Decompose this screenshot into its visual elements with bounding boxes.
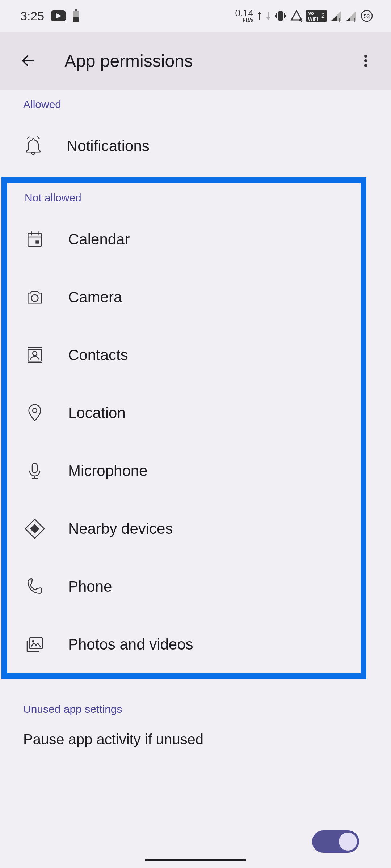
phone-icon: [25, 576, 45, 597]
permission-label: Notifications: [67, 137, 150, 155]
microphone-icon: [25, 461, 45, 481]
pause-activity-row[interactable]: Pause app activity if unused: [0, 722, 391, 748]
signal-1-icon: !: [330, 10, 342, 22]
navigation-handle[interactable]: [145, 859, 246, 861]
highlight-box: Not allowed Calendar Camera Contacts Loc…: [1, 177, 366, 679]
back-button[interactable]: [14, 46, 43, 75]
svg-rect-4: [278, 11, 283, 21]
svg-text:Vo: Vo: [308, 10, 314, 16]
vowifi-icon: VoWiFi2: [306, 10, 327, 22]
svg-text:2: 2: [321, 13, 325, 19]
calendar-icon: [25, 229, 45, 250]
do-not-disturb-icon: 53: [361, 10, 373, 22]
switch-thumb: [339, 833, 357, 851]
permission-row-microphone[interactable]: Microphone: [7, 442, 361, 500]
svg-rect-3: [73, 17, 79, 22]
svg-rect-18: [35, 240, 39, 243]
section-header-not-allowed: Not allowed: [7, 183, 361, 210]
nearby-devices-icon: [25, 519, 45, 539]
permission-row-calendar[interactable]: Calendar: [7, 210, 361, 268]
location-icon: [25, 403, 45, 423]
data-rate: 0.14kB/s: [235, 9, 253, 23]
status-bar: 3:25 0.14kB/s 5 VoWiFi2 ! !: [0, 0, 391, 32]
status-time: 3:25: [20, 9, 44, 23]
permission-row-contacts[interactable]: Contacts: [7, 326, 361, 384]
svg-point-22: [33, 408, 37, 413]
svg-text:53: 53: [364, 13, 370, 19]
vibrate-icon: [274, 10, 287, 22]
permission-label: Calendar: [68, 231, 130, 248]
svg-point-14: [364, 55, 367, 58]
svg-point-19: [31, 295, 38, 302]
pause-activity-switch[interactable]: [312, 830, 359, 853]
contacts-icon: [25, 345, 45, 365]
svg-rect-17: [28, 234, 41, 246]
svg-text:WiFi: WiFi: [308, 16, 318, 22]
signal-2-icon: !: [345, 10, 357, 22]
permission-label: Photos and videos: [68, 636, 193, 653]
permission-row-photos[interactable]: Photos and videos: [7, 616, 361, 673]
permission-row-location[interactable]: Location: [7, 384, 361, 442]
page-title: App permissions: [43, 51, 351, 71]
camera-icon: [25, 287, 45, 307]
permission-row-notifications[interactable]: Notifications: [0, 117, 391, 175]
permission-row-nearby[interactable]: Nearby devices: [7, 500, 361, 558]
svg-text:!: !: [339, 17, 340, 22]
overflow-menu-button[interactable]: [351, 46, 380, 75]
permission-label: Camera: [68, 289, 122, 306]
svg-point-27: [32, 640, 34, 642]
download-arrow-icon: [266, 11, 271, 21]
upload-arrow-icon: [257, 11, 262, 21]
svg-point-16: [364, 64, 367, 67]
notifications-icon: [23, 136, 43, 156]
svg-text:!: !: [354, 17, 356, 22]
youtube-icon: [51, 10, 66, 21]
svg-text:5: 5: [299, 18, 302, 22]
section-header-allowed: Allowed: [0, 90, 391, 117]
permission-row-phone[interactable]: Phone: [7, 558, 361, 616]
battery-icon: [72, 9, 80, 22]
permission-label: Location: [68, 404, 126, 422]
pause-activity-label: Pause app activity if unused: [23, 731, 203, 748]
svg-rect-25: [30, 524, 39, 533]
svg-point-15: [364, 59, 367, 62]
permission-row-camera[interactable]: Camera: [7, 268, 361, 326]
permission-label: Nearby devices: [68, 520, 173, 537]
permission-label: Phone: [68, 578, 112, 595]
data-saver-icon: 5: [290, 10, 303, 22]
svg-rect-1: [75, 9, 77, 11]
svg-point-21: [33, 352, 37, 356]
permission-label: Contacts: [68, 346, 128, 364]
section-header-unused: Unused app settings: [0, 694, 391, 722]
permission-label: Microphone: [68, 462, 147, 480]
app-bar: App permissions: [0, 32, 391, 90]
photos-videos-icon: [25, 634, 45, 655]
svg-rect-23: [32, 463, 37, 473]
